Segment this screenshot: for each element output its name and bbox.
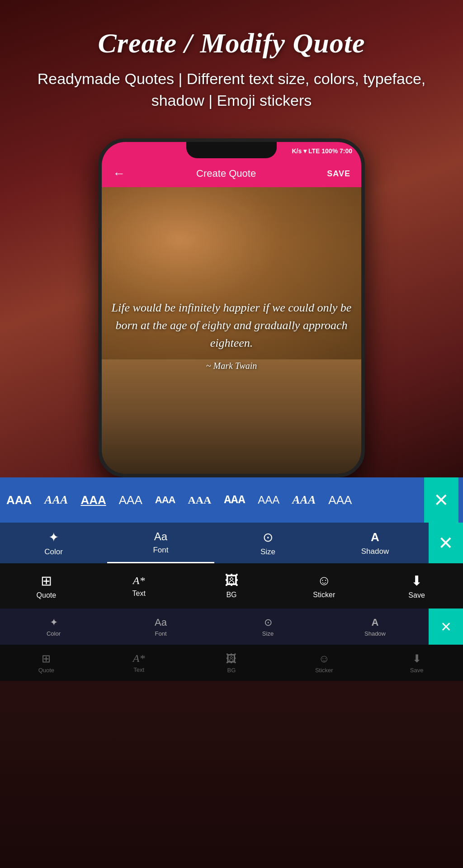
nav-item-sticker[interactable]: ☺ Sticker [278, 563, 370, 609]
phone-content: Life would be infinitely happier if we c… [102, 187, 361, 474]
mini-nav-save-label: Save [410, 667, 424, 674]
font-item-8[interactable]: AAA [290, 490, 317, 510]
font-item-4[interactable]: AAA [153, 491, 177, 509]
tab-font[interactable]: Aa Font [107, 523, 214, 563]
mini-save-icon: ⬇ [412, 652, 421, 665]
mini-nav-text[interactable]: A* Text [93, 645, 185, 681]
nav-quote-label: Quote [37, 591, 57, 599]
mini-tab-size[interactable]: ⊙ Size [214, 617, 321, 637]
font-strip-items: AAA AAA AAA AAA AAA AAA AAA AAA AAA AAA [5, 490, 424, 511]
save-nav-icon: ⬇ [411, 573, 422, 589]
mini-font-label: Font [155, 630, 166, 637]
mini-color-icon: ✦ [50, 617, 58, 628]
mini-nav-quote-label: Quote [38, 667, 54, 674]
mini-nav-save[interactable]: ⬇ Save [370, 645, 463, 681]
mini-bottom-nav: ⊞ Quote A* Text 🖼 BG ☺ Sticker ⬇ Save [0, 645, 463, 681]
mini-tool-items: ✦ Color Aa Font ⊙ Size A Shadow [0, 617, 429, 637]
mini-shadow-icon: A [372, 617, 379, 628]
quote-author: ~ Mark Twain [206, 361, 257, 371]
quote-text: Life would be infinitely happier if we c… [111, 299, 352, 352]
subtitle: Readymade Quotes | Different text size, … [18, 68, 445, 111]
close-x-icon: ✕ [434, 490, 449, 510]
statusbar-text: K/s ▾ LTE 100% 7:00 [292, 147, 352, 155]
tab-shadow-label: Shadow [361, 547, 389, 556]
sticker-nav-icon: ☺ [317, 573, 331, 588]
bottom-nav: ⊞ Quote A* Text 🖼 BG ☺ Sticker ⬇ Save [0, 563, 463, 609]
phone-appbar: ← Create Quote SAVE [102, 160, 361, 187]
mini-tab-color[interactable]: ✦ Color [0, 617, 107, 637]
appbar-title: Create Quote [196, 168, 256, 179]
mini-bg-icon: 🖼 [226, 652, 237, 665]
phone-frame: K/s ▾ LTE 100% 7:00 ← Create Quote SAVE … [98, 138, 365, 477]
tab-font-label: Font [153, 546, 168, 555]
font-item-3[interactable]: AAA [117, 490, 144, 511]
nav-item-quote[interactable]: ⊞ Quote [0, 563, 93, 609]
mini-text-icon: A* [133, 652, 145, 665]
font-item-0[interactable]: AAA [5, 490, 33, 511]
mini-nav-text-label: Text [133, 666, 144, 673]
shadow-icon: A [371, 530, 379, 544]
mini-nav-sticker[interactable]: ☺ Sticker [278, 645, 370, 681]
tab-size-label: Size [260, 547, 275, 557]
mini-nav-bg-label: BG [227, 667, 236, 674]
phone-notch [186, 142, 277, 158]
mini-tab-shadow[interactable]: A Shadow [321, 617, 429, 637]
mini-tool-strip: ✦ Color Aa Font ⊙ Size A Shadow ✕ [0, 609, 463, 645]
nav-item-text[interactable]: A* Text [93, 563, 185, 609]
mini-sticker-icon: ☺ [319, 652, 330, 665]
font-item-5[interactable]: AAA [186, 491, 213, 510]
bg-nav-icon: 🖼 [225, 573, 238, 588]
mini-close-icon: ✕ [440, 619, 452, 635]
phone-container: K/s ▾ LTE 100% 7:00 ← Create Quote SAVE … [0, 138, 463, 477]
tool-tabs-row: ✦ Color Aa Font ⊙ Size A Shadow ✕ [0, 523, 463, 563]
size-icon: ⊙ [263, 530, 273, 545]
mini-quote-icon: ⊞ [42, 652, 51, 665]
mini-shadow-label: Shadow [364, 630, 386, 637]
nav-save-label: Save [408, 591, 425, 599]
text-nav-icon: A* [133, 575, 145, 587]
font-icon: Aa [154, 530, 167, 543]
tool-tabs-close-button[interactable]: ✕ [429, 523, 463, 563]
font-strip-close-button[interactable]: ✕ [424, 477, 458, 523]
mini-color-label: Color [47, 630, 61, 637]
font-item-6[interactable]: AAA [222, 490, 247, 510]
nav-text-label: Text [132, 590, 146, 598]
nav-item-save[interactable]: ⬇ Save [370, 563, 463, 609]
font-item-1[interactable]: AAA [43, 490, 70, 510]
mini-strip-close-button[interactable]: ✕ [429, 609, 463, 645]
nav-bg-label: BG [226, 591, 236, 599]
tool-tabs-close-icon: ✕ [438, 533, 454, 553]
font-item-9[interactable]: AAA [326, 490, 354, 511]
tab-size[interactable]: ⊙ Size [214, 523, 321, 563]
nav-item-bg[interactable]: 🖼 BG [185, 563, 278, 609]
tab-color-label: Color [44, 547, 63, 557]
mini-nav-sticker-label: Sticker [315, 667, 333, 674]
mini-nav-quote[interactable]: ⊞ Quote [0, 645, 93, 681]
header-section: Create / Modify Quote Readymade Quotes |… [0, 0, 463, 125]
tab-shadow[interactable]: A Shadow [321, 523, 429, 563]
font-strip: AAA AAA AAA AAA AAA AAA AAA AAA AAA AAA … [0, 477, 463, 523]
nav-sticker-label: Sticker [313, 591, 335, 599]
quote-overlay: Life would be infinitely happier if we c… [111, 205, 352, 465]
mini-nav-bg[interactable]: 🖼 BG [185, 645, 278, 681]
main-title: Create / Modify Quote [18, 27, 445, 59]
quote-nav-icon: ⊞ [41, 573, 52, 589]
font-item-2[interactable]: AAA [79, 490, 108, 511]
font-item-7[interactable]: AAA [256, 490, 281, 510]
mini-size-icon: ⊙ [264, 617, 272, 628]
color-icon: ✦ [48, 530, 59, 545]
back-button[interactable]: ← [113, 166, 125, 181]
appbar-save-button[interactable]: SAVE [327, 169, 350, 179]
mini-tab-font[interactable]: Aa Font [107, 617, 214, 637]
mini-size-label: Size [262, 630, 274, 637]
tab-color[interactable]: ✦ Color [0, 523, 107, 563]
mini-font-icon: Aa [155, 617, 167, 628]
